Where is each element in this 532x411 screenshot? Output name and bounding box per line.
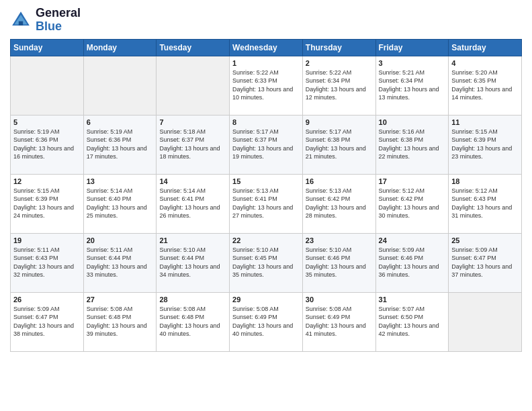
day-number: 1 bbox=[232, 59, 300, 67]
cell-content: Sunrise: 5:11 AMSunset: 6:44 PMDaylight:… bbox=[87, 246, 154, 279]
header: General Blue bbox=[10, 7, 522, 34]
calendar-cell: 12Sunrise: 5:15 AMSunset: 6:39 PMDayligh… bbox=[11, 174, 84, 233]
weekday-wednesday: Wednesday bbox=[230, 39, 303, 56]
calendar-cell: 9Sunrise: 5:17 AMSunset: 6:38 PMDaylight… bbox=[302, 115, 375, 174]
logo-line: General bbox=[36, 7, 81, 20]
cell-content: Sunrise: 5:20 AMSunset: 6:35 PMDaylight:… bbox=[451, 68, 519, 102]
cell-content: Sunrise: 5:09 AMSunset: 6:47 PMDaylight:… bbox=[13, 305, 81, 338]
day-number: 11 bbox=[451, 118, 519, 126]
day-number: 16 bbox=[306, 177, 373, 185]
cell-content: Sunrise: 5:19 AMSunset: 6:36 PMDaylight:… bbox=[87, 128, 154, 161]
day-number: 26 bbox=[13, 295, 81, 304]
calendar-cell: 22Sunrise: 5:10 AMSunset: 6:45 PMDayligh… bbox=[230, 233, 303, 292]
day-number: 22 bbox=[232, 236, 300, 244]
week-row-5: 26Sunrise: 5:09 AMSunset: 6:47 PMDayligh… bbox=[11, 292, 522, 351]
cell-content: Sunrise: 5:13 AMSunset: 6:41 PMDaylight:… bbox=[232, 187, 300, 220]
cell-content: Sunrise: 5:09 AMSunset: 6:47 PMDaylight:… bbox=[451, 246, 519, 279]
calendar-cell: 2Sunrise: 5:22 AMSunset: 6:34 PMDaylight… bbox=[302, 56, 375, 115]
calendar-cell: 31Sunrise: 5:07 AMSunset: 6:50 PMDayligh… bbox=[375, 292, 449, 351]
day-number: 3 bbox=[379, 59, 446, 67]
day-number: 18 bbox=[451, 177, 519, 185]
day-number: 24 bbox=[379, 236, 446, 244]
calendar-cell bbox=[11, 56, 84, 115]
calendar: SundayMondayTuesdayWednesdayThursdayFrid… bbox=[10, 39, 522, 352]
weekday-thursday: Thursday bbox=[302, 39, 375, 56]
calendar-cell: 27Sunrise: 5:08 AMSunset: 6:48 PMDayligh… bbox=[83, 292, 157, 351]
calendar-body: 1Sunrise: 5:22 AMSunset: 6:33 PMDaylight… bbox=[11, 56, 522, 351]
cell-content: Sunrise: 5:10 AMSunset: 6:45 PMDaylight:… bbox=[232, 246, 300, 279]
calendar-cell: 30Sunrise: 5:08 AMSunset: 6:49 PMDayligh… bbox=[302, 292, 375, 351]
day-number: 8 bbox=[232, 118, 300, 126]
cell-content: Sunrise: 5:08 AMSunset: 6:49 PMDaylight:… bbox=[232, 305, 300, 338]
logo: General Blue bbox=[10, 7, 81, 34]
calendar-cell: 23Sunrise: 5:10 AMSunset: 6:46 PMDayligh… bbox=[302, 233, 375, 292]
day-number: 6 bbox=[87, 118, 154, 126]
day-number: 14 bbox=[159, 177, 226, 185]
calendar-cell bbox=[157, 56, 230, 115]
week-row-2: 5Sunrise: 5:19 AMSunset: 6:36 PMDaylight… bbox=[11, 115, 522, 174]
cell-content: Sunrise: 5:11 AMSunset: 6:43 PMDaylight:… bbox=[13, 246, 81, 279]
day-number: 20 bbox=[87, 236, 154, 244]
calendar-cell: 20Sunrise: 5:11 AMSunset: 6:44 PMDayligh… bbox=[83, 233, 157, 292]
day-number: 7 bbox=[159, 118, 226, 126]
day-number: 29 bbox=[232, 295, 300, 304]
weekday-sunday: Sunday bbox=[11, 39, 84, 56]
logo-line2: Blue bbox=[36, 20, 81, 34]
week-row-4: 19Sunrise: 5:11 AMSunset: 6:43 PMDayligh… bbox=[11, 233, 522, 292]
cell-content: Sunrise: 5:08 AMSunset: 6:48 PMDaylight:… bbox=[87, 305, 154, 338]
calendar-cell: 18Sunrise: 5:12 AMSunset: 6:43 PMDayligh… bbox=[449, 174, 522, 233]
day-number: 25 bbox=[451, 236, 519, 244]
weekday-saturday: Saturday bbox=[449, 39, 522, 56]
cell-content: Sunrise: 5:14 AMSunset: 6:41 PMDaylight:… bbox=[159, 187, 226, 220]
day-number: 10 bbox=[379, 118, 446, 126]
day-number: 31 bbox=[379, 295, 446, 304]
calendar-cell: 1Sunrise: 5:22 AMSunset: 6:33 PMDaylight… bbox=[230, 56, 303, 115]
cell-content: Sunrise: 5:08 AMSunset: 6:48 PMDaylight:… bbox=[159, 305, 226, 338]
cell-content: Sunrise: 5:09 AMSunset: 6:46 PMDaylight:… bbox=[379, 246, 446, 279]
cell-content: Sunrise: 5:10 AMSunset: 6:44 PMDaylight:… bbox=[159, 246, 226, 279]
calendar-cell bbox=[83, 56, 157, 115]
cell-content: Sunrise: 5:21 AMSunset: 6:34 PMDaylight:… bbox=[379, 68, 446, 102]
day-number: 21 bbox=[159, 236, 226, 244]
calendar-cell: 3Sunrise: 5:21 AMSunset: 6:34 PMDaylight… bbox=[375, 56, 449, 115]
cell-content: Sunrise: 5:22 AMSunset: 6:34 PMDaylight:… bbox=[306, 68, 373, 102]
day-number: 13 bbox=[87, 177, 154, 185]
calendar-cell: 6Sunrise: 5:19 AMSunset: 6:36 PMDaylight… bbox=[83, 115, 157, 174]
calendar-cell: 16Sunrise: 5:13 AMSunset: 6:42 PMDayligh… bbox=[302, 174, 375, 233]
calendar-header: SundayMondayTuesdayWednesdayThursdayFrid… bbox=[11, 39, 522, 56]
calendar-cell: 10Sunrise: 5:16 AMSunset: 6:38 PMDayligh… bbox=[375, 115, 449, 174]
calendar-cell: 11Sunrise: 5:15 AMSunset: 6:39 PMDayligh… bbox=[449, 115, 522, 174]
cell-content: Sunrise: 5:22 AMSunset: 6:33 PMDaylight:… bbox=[232, 68, 300, 102]
day-number: 4 bbox=[451, 59, 519, 67]
cell-content: Sunrise: 5:19 AMSunset: 6:36 PMDaylight:… bbox=[13, 128, 81, 161]
calendar-cell: 19Sunrise: 5:11 AMSunset: 6:43 PMDayligh… bbox=[11, 233, 84, 292]
cell-content: Sunrise: 5:17 AMSunset: 6:37 PMDaylight:… bbox=[232, 128, 300, 161]
week-row-1: 1Sunrise: 5:22 AMSunset: 6:33 PMDaylight… bbox=[11, 56, 522, 115]
week-row-3: 12Sunrise: 5:15 AMSunset: 6:39 PMDayligh… bbox=[11, 174, 522, 233]
cell-content: Sunrise: 5:14 AMSunset: 6:40 PMDaylight:… bbox=[87, 187, 154, 220]
weekday-friday: Friday bbox=[375, 39, 449, 56]
day-number: 9 bbox=[306, 118, 373, 126]
day-number: 2 bbox=[306, 59, 373, 67]
calendar-cell: 15Sunrise: 5:13 AMSunset: 6:41 PMDayligh… bbox=[230, 174, 303, 233]
weekday-monday: Monday bbox=[83, 39, 157, 56]
logo-text: General Blue bbox=[36, 7, 81, 34]
weekday-row: SundayMondayTuesdayWednesdayThursdayFrid… bbox=[11, 39, 522, 56]
cell-content: Sunrise: 5:18 AMSunset: 6:37 PMDaylight:… bbox=[159, 128, 226, 161]
svg-rect-2 bbox=[19, 21, 23, 25]
calendar-cell: 8Sunrise: 5:17 AMSunset: 6:37 PMDaylight… bbox=[230, 115, 303, 174]
page: General Blue SundayMondayTuesdayWednesda… bbox=[0, 0, 532, 362]
logo-icon bbox=[10, 9, 32, 31]
calendar-cell: 24Sunrise: 5:09 AMSunset: 6:46 PMDayligh… bbox=[375, 233, 449, 292]
calendar-cell: 26Sunrise: 5:09 AMSunset: 6:47 PMDayligh… bbox=[11, 292, 84, 351]
calendar-cell: 13Sunrise: 5:14 AMSunset: 6:40 PMDayligh… bbox=[83, 174, 157, 233]
day-number: 19 bbox=[13, 236, 81, 244]
calendar-cell: 7Sunrise: 5:18 AMSunset: 6:37 PMDaylight… bbox=[157, 115, 230, 174]
calendar-cell: 29Sunrise: 5:08 AMSunset: 6:49 PMDayligh… bbox=[230, 292, 303, 351]
calendar-cell: 5Sunrise: 5:19 AMSunset: 6:36 PMDaylight… bbox=[11, 115, 84, 174]
day-number: 23 bbox=[306, 236, 373, 244]
calendar-cell: 21Sunrise: 5:10 AMSunset: 6:44 PMDayligh… bbox=[157, 233, 230, 292]
day-number: 28 bbox=[159, 295, 226, 304]
day-number: 12 bbox=[13, 177, 81, 185]
day-number: 15 bbox=[232, 177, 300, 185]
